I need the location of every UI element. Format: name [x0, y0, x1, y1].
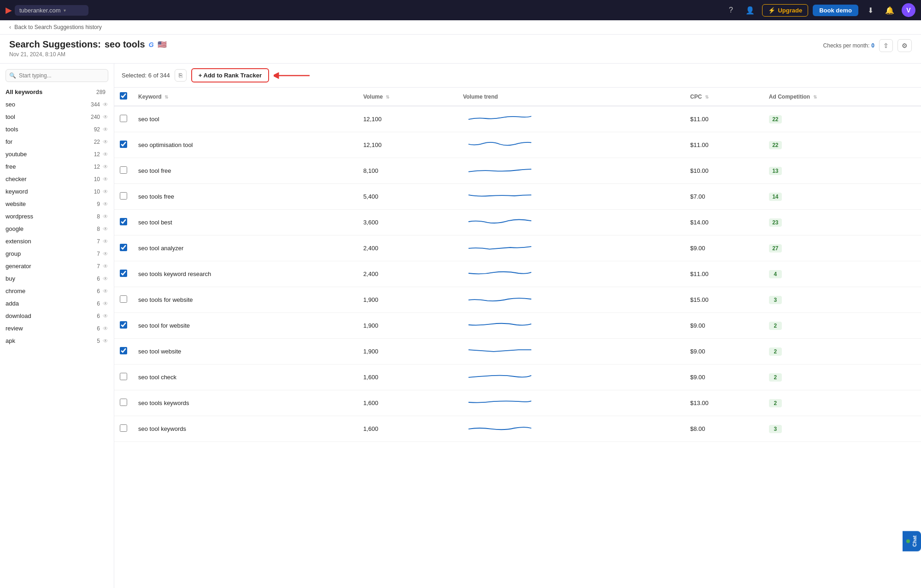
sidebar-item-extension[interactable]: extension 7 👁	[0, 235, 114, 247]
sidebar-item-website[interactable]: website 9 👁	[0, 198, 114, 210]
eye-icon[interactable]: 👁	[103, 126, 108, 133]
add-user-button[interactable]: 👤	[743, 3, 757, 18]
share-button[interactable]: ⇧	[879, 39, 893, 52]
eye-icon[interactable]: 👁	[103, 101, 108, 108]
sidebar-item-free[interactable]: free 12 👁	[0, 160, 114, 173]
row-checkbox-cell[interactable]	[114, 106, 133, 132]
row-checkbox[interactable]	[120, 399, 127, 406]
eye-icon[interactable]: 👁	[103, 176, 108, 182]
eye-icon[interactable]: 👁	[103, 201, 108, 207]
settings-button[interactable]: ⚙	[898, 39, 912, 52]
sidebar-item-count: 9	[97, 201, 100, 207]
volume-cell: 1,900	[358, 313, 458, 339]
sidebar-item-tool[interactable]: tool 240 👁	[0, 111, 114, 123]
row-checkbox-cell[interactable]	[114, 235, 133, 261]
row-checkbox-cell[interactable]	[114, 365, 133, 390]
upgrade-button[interactable]: ⚡ Upgrade	[762, 4, 808, 17]
copy-button[interactable]: ⎘	[175, 69, 187, 82]
ad-comp-badge: 3	[769, 425, 782, 433]
avatar[interactable]: V	[902, 3, 915, 17]
row-checkbox[interactable]	[120, 424, 127, 432]
row-checkbox[interactable]	[120, 347, 127, 354]
keyword-cell: seo tools keyword research	[133, 261, 358, 287]
book-demo-button[interactable]: Book demo	[813, 5, 858, 16]
row-checkbox[interactable]	[120, 244, 127, 251]
chat-fab[interactable]: Chat	[903, 531, 921, 551]
row-checkbox[interactable]	[120, 115, 127, 122]
notifications-button[interactable]: 🔔	[882, 3, 897, 18]
google-icon: G	[149, 41, 154, 48]
eye-icon[interactable]: 👁	[103, 164, 108, 170]
row-checkbox[interactable]	[120, 321, 127, 329]
eye-icon[interactable]: 👁	[103, 338, 108, 344]
sidebar-item-checker[interactable]: checker 10 👁	[0, 173, 114, 185]
row-checkbox-cell[interactable]	[114, 261, 133, 287]
eye-icon[interactable]: 👁	[103, 325, 108, 332]
sidebar-item-download[interactable]: download 6 👁	[0, 310, 114, 322]
row-checkbox-cell[interactable]	[114, 339, 133, 365]
row-checkbox[interactable]	[120, 192, 127, 200]
row-checkbox[interactable]	[120, 270, 127, 277]
eye-icon[interactable]: 👁	[103, 300, 108, 307]
sidebar-item-chrome[interactable]: chrome 6 👁	[0, 285, 114, 297]
eye-icon[interactable]: 👁	[103, 288, 108, 294]
eye-icon[interactable]: 👁	[103, 188, 108, 195]
sidebar-item-group[interactable]: group 7 👁	[0, 247, 114, 260]
table-row: seo tools keywords 1,600 $13.00 2	[114, 390, 921, 416]
download-button[interactable]: ⬇	[863, 3, 878, 18]
sidebar-item-adda[interactable]: adda 6 👁	[0, 297, 114, 310]
row-checkbox-cell[interactable]	[114, 158, 133, 184]
row-checkbox[interactable]	[120, 218, 127, 225]
sidebar-item-review[interactable]: review 6 👁	[0, 322, 114, 335]
domain-selector[interactable]: tuberanker.com ▾	[15, 5, 88, 16]
chat-label: Chat	[912, 535, 917, 547]
search-input[interactable]	[6, 69, 108, 82]
row-checkbox-cell[interactable]	[114, 287, 133, 313]
keyword-header: Keyword ⇅	[133, 88, 358, 106]
eye-icon[interactable]: 👁	[103, 276, 108, 282]
sidebar-item-buy[interactable]: buy 6 👁	[0, 272, 114, 285]
sidebar-item-generator[interactable]: generator 7 👁	[0, 260, 114, 272]
sidebar-item-count: 5	[97, 338, 100, 344]
row-checkbox-cell[interactable]	[114, 184, 133, 210]
row-checkbox[interactable]	[120, 166, 127, 174]
cpc-cell: $9.00	[685, 339, 763, 365]
eye-icon[interactable]: 👁	[103, 263, 108, 270]
eye-icon[interactable]: 👁	[103, 226, 108, 232]
row-checkbox-cell[interactable]	[114, 132, 133, 158]
breadcrumb-link[interactable]: Back to Search Suggestions history	[14, 24, 101, 30]
sidebar-item-tools[interactable]: tools 92 👁	[0, 123, 114, 135]
eye-icon[interactable]: 👁	[103, 139, 108, 145]
top-navigation: ▶ tuberanker.com ▾ ? 👤 ⚡ Upgrade Book de…	[0, 0, 921, 20]
row-checkbox-cell[interactable]	[114, 313, 133, 339]
row-checkbox-cell[interactable]	[114, 390, 133, 416]
eye-icon[interactable]: 👁	[103, 251, 108, 257]
eye-icon[interactable]: 👁	[103, 151, 108, 158]
add-to-rank-tracker-button[interactable]: + Add to Rank Tracker	[191, 68, 269, 82]
eye-icon[interactable]: 👁	[103, 213, 108, 220]
row-checkbox-cell[interactable]	[114, 416, 133, 442]
eye-icon[interactable]: 👁	[103, 313, 108, 319]
row-checkbox[interactable]	[120, 295, 127, 303]
help-button[interactable]: ?	[723, 3, 738, 18]
row-checkbox[interactable]	[120, 141, 127, 148]
volume-header: Volume ⇅	[358, 88, 458, 106]
sidebar-item-seo[interactable]: seo 344 👁	[0, 98, 114, 111]
row-checkbox[interactable]	[120, 373, 127, 380]
eye-icon[interactable]: 👁	[103, 114, 108, 120]
row-checkbox-cell[interactable]	[114, 210, 133, 235]
keyword-cell: seo tool analyzer	[133, 235, 358, 261]
sidebar-item-wordpress[interactable]: wordpress 8 👁	[0, 210, 114, 223]
sidebar-item-All-keywords[interactable]: All keywords 289	[0, 86, 114, 98]
sidebar-item-google[interactable]: google 8 👁	[0, 223, 114, 235]
keyword-cell: seo optimisation tool	[133, 132, 358, 158]
sidebar-item-youtube[interactable]: youtube 12 👁	[0, 148, 114, 160]
eye-icon[interactable]: 👁	[103, 238, 108, 245]
sidebar-item-keyword[interactable]: keyword 10 👁	[0, 185, 114, 198]
sparkline-chart	[463, 239, 537, 256]
sidebar-item-apk[interactable]: apk 5 👁	[0, 335, 114, 347]
select-all-checkbox[interactable]	[120, 92, 127, 100]
sidebar-item-for[interactable]: for 22 👁	[0, 135, 114, 148]
ad-comp-badge: 14	[769, 193, 782, 201]
table-row: seo tool best 3,600 $14.00 23	[114, 210, 921, 235]
